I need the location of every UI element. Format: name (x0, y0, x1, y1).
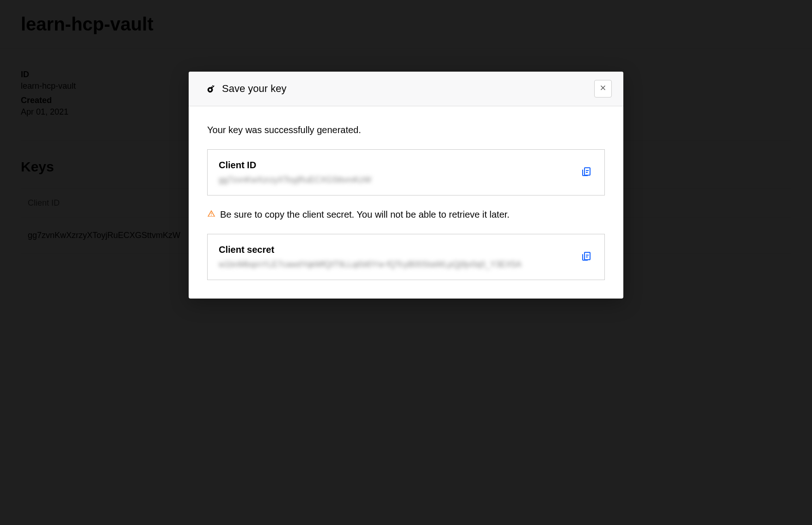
svg-rect-0 (584, 168, 590, 175)
clipboard-icon (581, 250, 592, 263)
modal-title: Save your key (222, 83, 286, 95)
svg-rect-1 (584, 252, 590, 260)
key-icon (205, 82, 218, 95)
modal-title-wrap: Save your key (207, 83, 286, 95)
modal-body: Your key was successfully generated. Cli… (189, 106, 623, 299)
clipboard-icon (581, 166, 592, 179)
client-secret-value: w1bnMbqmYLE7cawdYqkMfQtT9LLqi0d0Yw-fQTcy… (219, 260, 570, 269)
modal-header: Save your key (189, 72, 623, 106)
close-button[interactable] (594, 80, 612, 98)
warning-row: Be sure to copy the client secret. You w… (207, 209, 605, 220)
copy-client-secret-button[interactable] (579, 250, 593, 264)
client-id-box: Client ID gg7zvnKwXzrzyXToyjRuECXGSttvmK… (207, 149, 605, 195)
client-secret-label: Client secret (219, 244, 570, 255)
save-key-modal: Save your key Your key was successfully … (189, 72, 623, 299)
warning-icon (207, 209, 215, 220)
copy-client-id-button[interactable] (579, 165, 593, 179)
close-icon (599, 84, 607, 94)
client-id-label: Client ID (219, 160, 570, 171)
success-message: Your key was successfully generated. (207, 125, 605, 135)
modal-overlay[interactable]: Save your key Your key was successfully … (0, 0, 812, 525)
client-id-value: gg7zvnKwXzrzyXToyjRuECXGSttvmKzW (219, 175, 570, 185)
client-secret-box: Client secret w1bnMbqmYLE7cawdYqkMfQtT9L… (207, 234, 605, 280)
warning-text: Be sure to copy the client secret. You w… (220, 209, 510, 220)
